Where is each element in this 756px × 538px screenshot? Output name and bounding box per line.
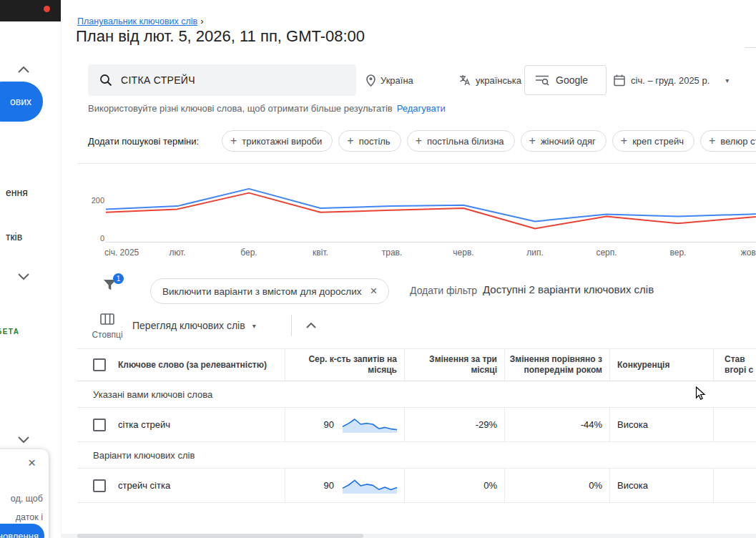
search-value: СІТКА СТРЕЙЧ bbox=[121, 74, 195, 86]
x-axis-labels: січ. 2025лют.бер.квіт.трав.черв.лип.серп… bbox=[0, 248, 756, 258]
sidebar-item-selected[interactable]: ових bbox=[0, 82, 43, 122]
beta-badge: БЕТА bbox=[0, 328, 20, 336]
row-checkbox[interactable] bbox=[93, 479, 106, 492]
close-icon[interactable]: × bbox=[28, 455, 36, 471]
table-section-label: Указані вами ключові слова bbox=[77, 381, 756, 408]
top-app-bar-fragment bbox=[0, 0, 61, 21]
bid-cell bbox=[713, 469, 756, 502]
col-header-yoy-change[interactable]: Змінення порівняно з попереднім роком bbox=[504, 349, 609, 381]
update-button-label: новлення bbox=[0, 531, 39, 538]
columns-button[interactable]: Стовпці bbox=[92, 313, 123, 340]
breadcrumb-link[interactable]: Планувальник ключових слів bbox=[77, 16, 197, 26]
search-network-icon bbox=[535, 74, 549, 86]
table-row[interactable]: сітка стрейч 90 -29% -44% Висока bbox=[77, 408, 756, 442]
location-selector[interactable]: Україна bbox=[366, 64, 413, 96]
add-search-terms-label: Додати пошукові терміни: bbox=[88, 136, 199, 147]
x-axis-label: квіт. bbox=[299, 248, 342, 258]
add-icon: + bbox=[230, 134, 237, 147]
filter-count-badge: 1 bbox=[113, 273, 124, 284]
chip-label: жіночий одяг bbox=[541, 136, 596, 147]
suggestion-chip[interactable]: +велюр ст bbox=[700, 130, 756, 152]
collapse-chevron-icon[interactable] bbox=[306, 323, 316, 328]
suggestion-chip[interactable]: +трикотажні вироби bbox=[222, 130, 333, 152]
x-axis-label: трав. bbox=[370, 248, 413, 258]
notification-dot bbox=[44, 6, 50, 12]
edit-link[interactable]: Редагувати bbox=[397, 103, 446, 114]
date-range-selector[interactable]: січ. – груд. 2025 р. ▾ bbox=[614, 64, 729, 96]
calendar-icon bbox=[614, 74, 625, 87]
table-header-row: Ключове слово (за релевантністю) Сер. к-… bbox=[77, 348, 756, 381]
chip-label: постіль bbox=[359, 136, 391, 147]
chevron-up-icon[interactable] bbox=[18, 66, 29, 73]
search-hint: Використовуйте різні ключові слова, щоб … bbox=[88, 103, 446, 114]
col-header-line: Став bbox=[725, 354, 756, 365]
table-row[interactable]: стрейч сітка 90 0% 0% Висока bbox=[77, 469, 756, 503]
location-label: Україна bbox=[381, 75, 413, 86]
network-selector[interactable]: Google bbox=[524, 65, 607, 95]
suggestion-chip[interactable]: +жіночий одяг bbox=[521, 130, 607, 152]
chip-label: креп стрейч bbox=[632, 136, 684, 147]
suggestion-chip[interactable]: +креп стрейч bbox=[612, 130, 694, 152]
col-header-3mo-change[interactable]: Змінення за три місяці bbox=[404, 349, 504, 381]
divider bbox=[77, 163, 756, 164]
avg-searches-value: 90 bbox=[324, 419, 334, 430]
content-top-edge bbox=[745, 47, 756, 48]
col-header-avg-searches[interactable]: Сер. к-сть запитів на місяць bbox=[285, 349, 404, 381]
add-filter-button[interactable]: Додати фільтр bbox=[410, 285, 477, 296]
view-dropdown-label: Перегляд ключових слів bbox=[132, 320, 245, 331]
x-axis-label: січ. 2025 bbox=[104, 248, 147, 258]
translate-icon bbox=[459, 74, 471, 86]
col-header-keyword[interactable]: Ключове слово (за релевантністю) bbox=[118, 349, 285, 381]
suggestion-chip[interactable]: +постіль bbox=[338, 130, 401, 152]
add-icon: + bbox=[709, 134, 715, 147]
chevron-down-icon[interactable] bbox=[18, 436, 29, 444]
x-axis-label: жов. bbox=[728, 248, 756, 258]
update-button[interactable]: новлення bbox=[0, 524, 44, 538]
keyword-search-input[interactable]: СІТКА СТРЕЙЧ bbox=[88, 64, 356, 96]
language-selector[interactable]: українська bbox=[459, 64, 521, 96]
row-checkbox[interactable] bbox=[93, 419, 106, 431]
chevron-down-icon: ▾ bbox=[725, 77, 729, 84]
chevron-down-icon: ▾ bbox=[252, 322, 256, 330]
keyword-planner-app: ових ення тків БЕТА × од, щоб даток і но… bbox=[0, 0, 756, 538]
x-axis-label: лип. bbox=[514, 248, 556, 258]
competition-cell: Висока bbox=[609, 469, 713, 502]
sparkline-chart bbox=[341, 416, 398, 434]
competition-cell: Висока bbox=[609, 408, 713, 441]
select-all-checkbox[interactable] bbox=[93, 358, 106, 371]
breadcrumb: Планувальник ключових слів› bbox=[77, 16, 204, 26]
col-header-competition[interactable]: Конкуренція bbox=[609, 349, 713, 381]
chevron-down-icon[interactable] bbox=[18, 273, 29, 280]
navigation-drawer: ових ення тків БЕТА × од, щоб даток і но… bbox=[0, 21, 62, 538]
filter-chip-label: Виключити варіанти з вмістом для доросли… bbox=[162, 286, 362, 297]
mouse-cursor bbox=[695, 386, 706, 401]
yoy-change-cell: 0% bbox=[504, 469, 609, 502]
sidebar-item-label: ових bbox=[10, 96, 31, 107]
col-header-top-of-page-bid[interactable]: Став вгорі с bbox=[713, 349, 756, 381]
active-filter-chip[interactable]: Виключити варіанти з вмістом для доросли… bbox=[150, 278, 389, 304]
language-label: українська bbox=[476, 75, 521, 86]
three-month-change-cell: 0% bbox=[404, 469, 504, 502]
chip-label: постільна білизна bbox=[427, 136, 504, 147]
keyword-cell: стрейч сітка bbox=[118, 469, 285, 502]
trend-chart bbox=[0, 172, 756, 243]
bid-cell bbox=[713, 408, 756, 441]
promo-dialog: × од, щоб даток і новлення bbox=[0, 449, 49, 538]
table-section-label: Варіанти ключових слів bbox=[77, 442, 756, 469]
chip-label: трикотажні вироби bbox=[242, 136, 322, 147]
hint-text: Використовуйте різні ключові слова, щоб … bbox=[88, 103, 393, 114]
breadcrumb-chevron-icon: › bbox=[200, 16, 203, 26]
network-label: Google bbox=[556, 74, 588, 86]
date-range-label: січ. – груд. 2025 р. bbox=[631, 75, 710, 86]
page-title: План від лют. 5, 2026, 11 пп, GMT-08:00 bbox=[76, 27, 365, 46]
location-pin-icon bbox=[366, 74, 375, 87]
x-axis-label: бер. bbox=[227, 248, 270, 258]
three-month-change-cell: -29% bbox=[404, 408, 504, 441]
keyword-view-dropdown[interactable]: Перегляд ключових слів ▾ bbox=[132, 320, 256, 331]
horizontal-scrollbar-thumb[interactable] bbox=[77, 534, 363, 538]
close-icon[interactable]: × bbox=[370, 284, 378, 298]
suggestion-chips: +трикотажні вироби +постіль +постільна б… bbox=[222, 130, 756, 152]
results-summary: Доступні 2 варіанти ключових слів bbox=[483, 283, 654, 295]
keyword-cell: сітка стрейч bbox=[118, 408, 285, 441]
suggestion-chip[interactable]: +постільна білизна bbox=[407, 130, 515, 152]
